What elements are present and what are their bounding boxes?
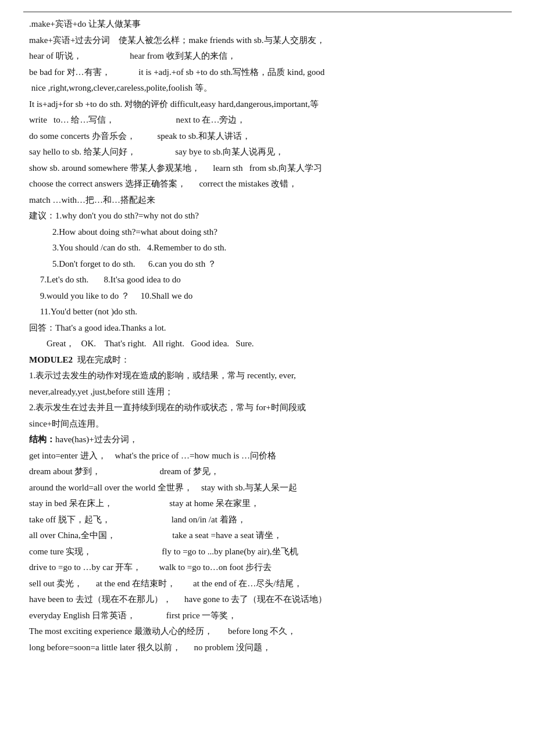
line-17: 7.Let's do sth. 8.It'sa good idea to do xyxy=(29,273,506,288)
line-23: 1.表示过去发生的动作对现在造成的影响，或结果，常与 recently, eve… xyxy=(29,368,506,384)
line-32: take off 脱下，起飞， land on/in /at 着路， xyxy=(29,513,506,528)
line-7: write to… 给…写信， next to 在…旁边， xyxy=(29,113,506,128)
line-21: Great， OK. That's right. All right. Good… xyxy=(29,336,506,352)
line-20: 回答：That's a good idea.Thanks a lot. xyxy=(29,321,506,336)
line-3: hear of 听说， hear from 收到某人的来信， xyxy=(29,49,506,64)
line-2: make+宾语+过去分词 使某人被怎么样；make friends with s… xyxy=(29,33,506,48)
line-35: drive to =go to …by car 开车， walk to =go … xyxy=(29,560,506,575)
line-10: show sb. around somewhere 带某人参观某地， learn… xyxy=(29,161,506,176)
top-border xyxy=(23,12,512,12)
line-13: 建议：1.why don't you do sth?=why not do st… xyxy=(29,209,506,224)
line-26: since+时间点连用。 xyxy=(29,417,506,432)
line-12: match …with…把…和…搭配起来 xyxy=(29,193,506,208)
line-36: sell out 卖光， at the end 在结束时， at the end… xyxy=(29,576,506,592)
line-14: 2.How about doing sth?=what about doing … xyxy=(29,225,506,240)
line-30: around the world=all over the world 全世界，… xyxy=(29,481,506,496)
line-34: come ture 实现， fly to =go to ...by plane(… xyxy=(29,544,506,560)
line-22: MODULE2 现在完成时： xyxy=(29,353,506,368)
line-15: 3.You should /can do sth. 4.Remember to … xyxy=(29,241,506,256)
line-9: say hello to sb. 给某人问好， say bye to sb.向某… xyxy=(29,145,506,160)
line-39: The most exciting experience 最激动人心的经历， b… xyxy=(29,624,506,639)
line-19: 11.You'd better (not )do sth. xyxy=(29,304,506,320)
line-33: all over China,全中国， take a seat =have a … xyxy=(29,528,506,543)
line-11: choose the correct answers 选择正确答案， corre… xyxy=(29,177,506,192)
line-28: get into=enter 进入， what's the price of …… xyxy=(29,449,506,464)
main-content: .make+宾语+do 让某人做某事 make+宾语+过去分词 使某人被怎么样；… xyxy=(23,17,512,655)
line-4: be bad for 对…有害， it is +adj.+of sb +to d… xyxy=(29,65,506,80)
line-31: stay in bed 呆在床上， stay at home 呆在家里， xyxy=(29,496,506,511)
line-29: dream about 梦到， dream of 梦见， xyxy=(29,464,506,479)
line-40: long before=soon=a little later 很久以前， no… xyxy=(29,640,506,655)
line-27: 结构：have(has)+过去分词， xyxy=(29,432,506,447)
line-5: nice ,right,wrong,clever,careless,polite… xyxy=(29,81,506,96)
line-24: never,already,yet ,just,before still 连用； xyxy=(29,385,506,400)
line-1: .make+宾语+do 让某人做某事 xyxy=(29,17,506,32)
line-16: 5.Don't forget to do sth. 6.can you do s… xyxy=(29,257,506,272)
line-6: It is+adj+for sb +to do sth. 对物的评价 diffi… xyxy=(29,97,506,112)
line-37: have been to 去过（现在不在那儿）， have gone to 去了… xyxy=(29,592,506,607)
line-25: 2.表示发生在过去并且一直持续到现在的动作或状态，常与 for+时间段或 xyxy=(29,400,506,415)
line-38: everyday English 日常英语， first price 一等奖， xyxy=(29,608,506,624)
line-18: 9.would you like to do ？ 10.Shall we do xyxy=(29,289,506,304)
line-8: do some concerts 办音乐会， speak to sb.和某人讲话… xyxy=(29,129,506,144)
